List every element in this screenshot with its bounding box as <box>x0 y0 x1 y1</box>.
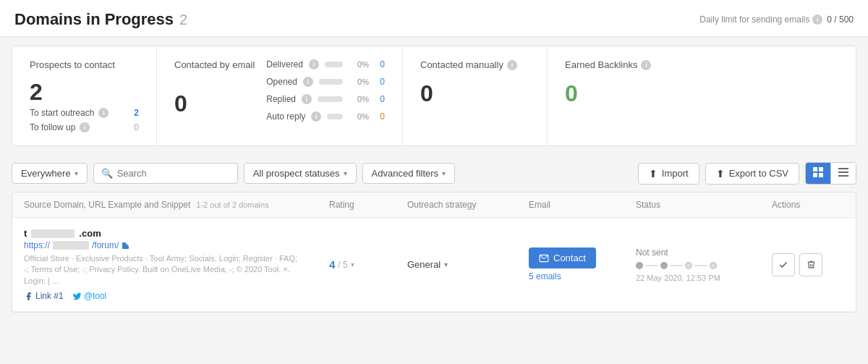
contacted-manually-section: Contacted manually i 0 <box>403 46 548 145</box>
check-action-button[interactable] <box>772 253 795 276</box>
import-button[interactable]: ⬆ Import <box>638 163 699 185</box>
contact-btn-label: Contact <box>553 253 586 263</box>
status-dot-1 <box>636 262 643 269</box>
domain-url[interactable]: https:///forum/ <box>24 240 323 250</box>
auto-reply-bar-wrap <box>327 114 343 119</box>
view-toggle <box>805 162 856 185</box>
status-line-3 <box>694 265 707 266</box>
domain-links: Link #1 @tool <box>24 291 323 301</box>
export-csv-button[interactable]: ⬆ Export to CSV <box>705 163 799 185</box>
facebook-link[interactable]: Link #1 <box>24 291 64 301</box>
grid-view-button[interactable] <box>806 163 831 184</box>
contact-button[interactable]: Contact <box>529 247 596 268</box>
rating-cell: 4 / 5 ▾ <box>329 258 401 271</box>
earned-backlinks-title: Earned Backlinks i <box>565 59 838 70</box>
to-start-outreach-label: To start outreach <box>30 108 94 118</box>
page-header: Domains in Progress 2 Daily limit for se… <box>0 0 868 37</box>
contacted-manually-title: Contacted manually i <box>420 59 529 70</box>
list-view-icon <box>838 167 848 177</box>
replied-num: 0 <box>375 94 385 104</box>
earned-backlinks-info-icon[interactable]: i <box>641 60 651 70</box>
prospects-section: Prospects to contact 2 To start outreach… <box>12 46 157 145</box>
list-view-button[interactable] <box>831 163 856 184</box>
domain-snippet: Official Store · Exclusive Products · To… <box>24 253 299 287</box>
advanced-filters-label: Advanced filters <box>372 168 439 179</box>
status-dot-2 <box>660 262 668 269</box>
status-date: 22 May 2020, 12:53 PM <box>636 274 766 282</box>
to-start-outreach-value: 2 <box>134 108 139 118</box>
prospect-status-dropdown[interactable]: All prospect statuses ▾ <box>244 163 357 184</box>
to-follow-up-info-icon[interactable]: i <box>80 122 90 132</box>
everywhere-label: Everywhere <box>21 168 71 179</box>
col-actions: Actions <box>772 200 844 210</box>
replied-info-icon[interactable]: i <box>302 94 312 104</box>
col-strategy: Outreach strategy <box>407 200 523 210</box>
replied-bar-wrap <box>318 96 343 102</box>
rating-chevron-icon[interactable]: ▾ <box>351 261 354 268</box>
search-input[interactable] <box>117 168 230 179</box>
delivered-bar-wrap <box>325 62 343 67</box>
status-label: Not sent <box>636 247 766 258</box>
svg-rect-2 <box>813 173 817 177</box>
prospects-title: Prospects to contact <box>30 59 139 70</box>
delete-action-button[interactable] <box>799 253 822 276</box>
delivered-info-icon[interactable]: i <box>309 59 319 69</box>
col-status: Status <box>636 200 766 210</box>
contacted-manually-info-icon[interactable]: i <box>507 60 517 70</box>
export-icon: ⬆ <box>716 168 725 179</box>
earned-backlinks-section: Earned Backlinks i 0 <box>548 46 856 145</box>
page-title: Domains in Progress <box>14 10 174 29</box>
rating-num: 4 <box>329 258 335 271</box>
email-icon <box>539 253 549 263</box>
domain-name: t.com <box>24 228 323 239</box>
everywhere-dropdown[interactable]: Everywhere ▾ <box>12 163 88 184</box>
table-row: t.com https:///forum/ Official Store · E… <box>12 218 856 312</box>
col-rating: Rating <box>329 200 401 210</box>
everywhere-chevron-icon: ▾ <box>75 169 78 177</box>
import-icon: ⬆ <box>649 168 658 179</box>
status-line-2 <box>670 265 683 266</box>
contacted-rows: Delivered i 0% 0 Opened i 0% 0 Replied i <box>266 59 385 132</box>
advanced-filters-dropdown[interactable]: Advanced filters ▾ <box>362 163 456 184</box>
emails-count: 5 emails <box>529 271 561 282</box>
opened-pct: 0% <box>349 77 369 86</box>
opened-row: Opened i 0% 0 <box>266 77 385 87</box>
domain-count: 1-2 out of 2 domains <box>196 200 268 209</box>
prospect-status-chevron-icon: ▾ <box>344 169 347 177</box>
import-label: Import <box>662 168 689 179</box>
opened-num: 0 <box>375 77 385 87</box>
opened-info-icon[interactable]: i <box>303 77 313 87</box>
to-follow-up-value: 0 <box>134 122 139 132</box>
to-start-outreach-info-icon[interactable]: i <box>98 108 109 118</box>
url-redacted <box>53 241 89 250</box>
svg-rect-5 <box>838 172 848 173</box>
status-dot-4 <box>710 262 717 269</box>
daily-limit-label: Daily limit for sending emails i <box>699 14 822 25</box>
twitter-icon <box>72 292 82 301</box>
strategy-dropdown[interactable]: General ▾ <box>407 259 523 270</box>
domain-cell: t.com https:///forum/ Official Store · E… <box>24 228 323 301</box>
status-dot-3 <box>685 262 692 269</box>
opened-label: Opened <box>266 77 297 87</box>
status-cell: Not sent 22 May 2020, 12:53 PM <box>636 247 766 282</box>
replied-row: Replied i 0% 0 <box>266 94 385 104</box>
contacted-manually-total: 0 <box>420 80 529 107</box>
col-email: Email <box>529 200 630 210</box>
auto-reply-info-icon[interactable]: i <box>311 111 321 122</box>
domain-redacted <box>31 229 75 238</box>
status-line-1 <box>645 265 658 266</box>
check-icon <box>778 260 788 270</box>
actions-cell <box>772 253 844 276</box>
svg-rect-0 <box>813 167 817 172</box>
twitter-link[interactable]: @tool <box>72 291 107 301</box>
contacted-email-total: 0 <box>174 92 255 115</box>
replied-pct: 0% <box>349 95 369 103</box>
facebook-icon <box>24 292 33 301</box>
daily-limit-info-icon[interactable]: i <box>812 14 822 25</box>
advanced-filters-chevron-icon: ▾ <box>442 169 446 177</box>
table-header: Source Domain, URL Example and Snippet 1… <box>12 192 856 218</box>
page-title-wrap: Domains in Progress 2 <box>14 10 187 29</box>
replied-label: Replied <box>266 94 296 104</box>
svg-rect-1 <box>819 167 823 172</box>
export-label: Export to CSV <box>729 168 788 179</box>
